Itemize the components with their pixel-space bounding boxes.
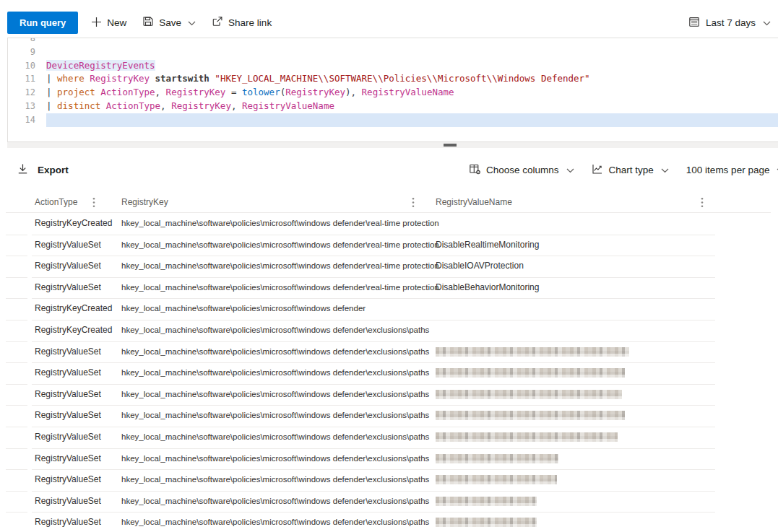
choose-columns-button[interactable]: Choose columns xyxy=(469,163,574,177)
chevron-down-icon xyxy=(763,17,771,28)
column-header-registrykey[interactable]: RegistryKey xyxy=(121,192,168,213)
code-text[interactable] xyxy=(46,38,778,45)
code-line-9[interactable]: 9 xyxy=(8,45,778,59)
command-group: New Save Share link xyxy=(91,16,272,30)
row-gutter xyxy=(6,213,27,235)
column-menu-icon[interactable] xyxy=(701,197,704,211)
cell-registrykey: hkey_local_machine\software\policies\mic… xyxy=(121,213,439,235)
code-text[interactable]: DeviceRegistryEvents xyxy=(46,59,778,73)
code-line-10[interactable]: 10DeviceRegistryEvents xyxy=(8,59,778,73)
save-button[interactable]: Save xyxy=(142,16,196,30)
line-number: 14 xyxy=(8,113,46,127)
cell-actiontype: RegistryValueSet xyxy=(35,469,101,491)
cell-registrykey: hkey_local_machine\software\policies\mic… xyxy=(121,384,429,406)
cell-registryvaluename: DisableIOAVProtection xyxy=(436,256,524,277)
row-gutter xyxy=(6,491,27,513)
cell-registrykey: hkey_local_machine\software\policies\mic… xyxy=(121,362,429,384)
plus-icon xyxy=(91,17,102,30)
chart-type-button[interactable]: Chart type xyxy=(592,163,669,177)
cell-actiontype: RegistryKeyCreated xyxy=(35,320,112,341)
cell-registrykey: hkey_local_machine\software\policies\mic… xyxy=(121,298,366,320)
row-gutter xyxy=(6,384,27,406)
time-range-picker[interactable]: Last 7 days xyxy=(688,16,771,30)
code-text[interactable]: | where RegistryKey startswith "HKEY_LOC… xyxy=(46,72,778,86)
table-row[interactable]: RegistryValueSethkey_local_machine\softw… xyxy=(0,469,778,491)
row-cells: RegistryKeyCreatedhkey_local_machine\sof… xyxy=(32,298,715,320)
cell-registrykey: hkey_local_machine\software\policies\mic… xyxy=(121,256,439,277)
share-icon xyxy=(212,16,223,30)
chevron-down-icon xyxy=(566,165,574,175)
editor-horizontal-scrollbar[interactable] xyxy=(7,142,778,148)
table-row[interactable]: RegistryValueSethkey_local_machine\softw… xyxy=(0,341,778,363)
table-row[interactable]: RegistryValueSethkey_local_machine\softw… xyxy=(0,448,778,470)
table-row[interactable]: RegistryValueSethkey_local_machine\softw… xyxy=(0,512,778,532)
code-text[interactable]: | distinct ActionType, RegistryKey, Regi… xyxy=(46,100,778,113)
row-cells: RegistryValueSethkey_local_machine\softw… xyxy=(32,427,715,449)
results-toolbar: Export Choose columns xyxy=(17,160,778,180)
table-row[interactable]: RegistryValueSethkey_local_machine\softw… xyxy=(0,405,778,427)
share-link-label: Share link xyxy=(228,17,272,28)
table-row[interactable]: RegistryValueSethkey_local_machine\softw… xyxy=(0,277,778,299)
table-row[interactable]: RegistryValueSethkey_local_machine\softw… xyxy=(0,362,778,384)
column-menu-icon[interactable] xyxy=(92,197,95,211)
row-cells: RegistryValueSethkey_local_machine\softw… xyxy=(32,448,715,471)
query-editor[interactable]: 8910DeviceRegistryEvents11| where Regist… xyxy=(7,38,778,142)
line-number: 13 xyxy=(8,100,46,113)
row-cells: RegistryValueSethkey_local_machine\softw… xyxy=(32,491,715,513)
redacted-registryvaluename xyxy=(436,454,558,463)
line-number: 9 xyxy=(8,45,46,59)
table-row[interactable]: RegistryValueSethkey_local_machine\softw… xyxy=(0,235,778,256)
column-menu-icon[interactable] xyxy=(412,197,415,211)
column-header-actiontype[interactable]: ActionType xyxy=(35,192,77,213)
redacted-registryvaluename xyxy=(436,432,618,442)
table-row[interactable]: RegistryValueSethkey_local_machine\softw… xyxy=(0,491,778,513)
code-text[interactable] xyxy=(46,45,778,59)
row-cells: RegistryValueSethkey_local_machine\softw… xyxy=(32,469,715,492)
chevron-down-icon[interactable] xyxy=(188,17,196,28)
redacted-registryvaluename xyxy=(436,368,625,378)
cell-actiontype: RegistryValueSet xyxy=(35,341,101,363)
cell-registrykey: hkey_local_machine\software\policies\mic… xyxy=(121,320,429,341)
cell-actiontype: RegistryValueSet xyxy=(35,277,101,299)
table-row[interactable]: RegistryKeyCreatedhkey_local_machine\sof… xyxy=(0,298,778,320)
row-gutter xyxy=(6,256,27,278)
code-text[interactable]: | project ActionType, RegistryKey = tolo… xyxy=(46,86,778,100)
row-gutter xyxy=(6,512,27,532)
run-query-button[interactable]: Run query xyxy=(7,12,78,34)
code-line-12[interactable]: 12| project ActionType, RegistryKey = to… xyxy=(8,86,778,100)
results-toolbar-right: Choose columns Chart type 100 items per … xyxy=(469,160,778,180)
scrollbar-thumb[interactable] xyxy=(444,144,457,147)
code-line-13[interactable]: 13| distinct ActionType, RegistryKey, Re… xyxy=(8,100,778,113)
table-row[interactable]: RegistryValueSethkey_local_machine\softw… xyxy=(0,384,778,406)
table-row[interactable]: RegistryKeyCreatedhkey_local_machine\sof… xyxy=(0,320,778,341)
row-gutter xyxy=(6,277,27,300)
items-per-page-label: 100 items per page xyxy=(686,165,770,175)
share-link-button[interactable]: Share link xyxy=(212,16,272,30)
cell-registrykey: hkey_local_machine\software\policies\mic… xyxy=(121,341,429,363)
cell-actiontype: RegistryValueSet xyxy=(35,491,101,513)
download-icon xyxy=(17,163,28,177)
chevron-down-icon xyxy=(661,165,669,175)
row-gutter xyxy=(6,235,27,257)
table-row[interactable]: RegistryValueSethkey_local_machine\softw… xyxy=(0,427,778,448)
export-button[interactable]: Export xyxy=(17,163,69,177)
cell-actiontype: RegistryValueSet xyxy=(35,384,101,406)
code-line-14[interactable]: 14 xyxy=(8,113,778,127)
table-row[interactable]: RegistryValueSethkey_local_machine\softw… xyxy=(0,256,778,277)
code-text[interactable] xyxy=(46,113,778,127)
row-cells: RegistryValueSethkey_local_machine\softw… xyxy=(32,235,715,257)
row-gutter xyxy=(6,320,27,342)
redacted-registryvaluename xyxy=(436,475,557,484)
time-range-label: Last 7 days xyxy=(706,17,756,28)
code-lines: 8910DeviceRegistryEvents11| where Regist… xyxy=(8,38,778,127)
new-query-button[interactable]: New xyxy=(91,17,126,30)
column-header-registryvaluename[interactable]: RegistryValueName xyxy=(436,192,512,213)
row-gutter xyxy=(6,405,27,427)
code-line-8[interactable]: 8 xyxy=(8,38,778,45)
new-query-label: New xyxy=(107,17,126,28)
line-chart-icon xyxy=(592,163,603,177)
table-row[interactable]: RegistryKeyCreatedhkey_local_machine\sof… xyxy=(0,213,778,235)
cell-actiontype: RegistryValueSet xyxy=(35,512,101,532)
code-line-11[interactable]: 11| where RegistryKey startswith "HKEY_L… xyxy=(8,72,778,86)
items-per-page-dropdown[interactable]: 100 items per page xyxy=(686,165,778,175)
